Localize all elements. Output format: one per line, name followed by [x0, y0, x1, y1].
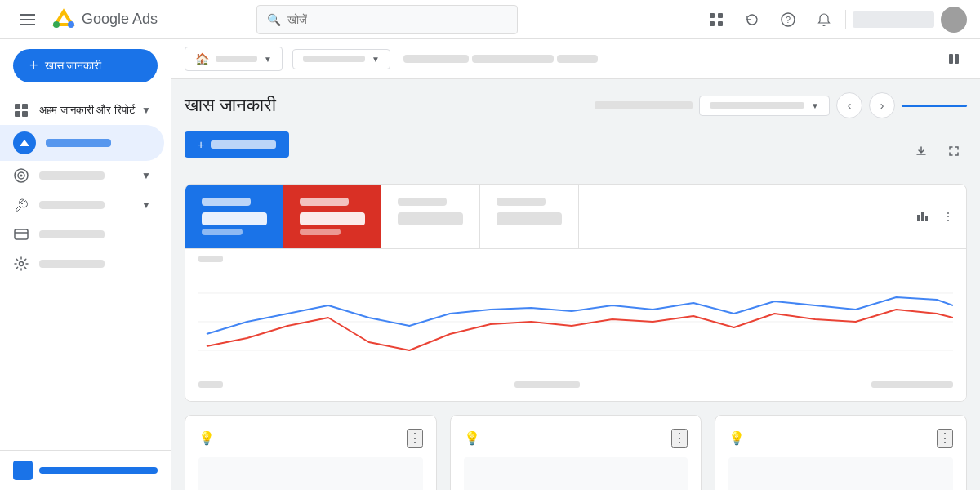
svg-rect-3	[718, 13, 723, 18]
chart-legend-2	[871, 381, 953, 388]
svg-rect-21	[921, 212, 924, 221]
insight-card-1: 💡 ⋮	[185, 415, 437, 490]
add-insight-button[interactable]: +	[185, 131, 289, 158]
chart-labels	[198, 256, 953, 262]
menu-icon	[20, 14, 35, 25]
chart-more-button[interactable]: ⋮	[937, 205, 960, 228]
billing-icon	[13, 226, 29, 243]
svg-rect-15	[15, 229, 28, 239]
page-header-right: ▼ ‹ ›	[595, 92, 967, 118]
insight-card-1-more[interactable]: ⋮	[407, 429, 423, 448]
insight-card-2-header: 💡 ⋮	[464, 429, 688, 448]
svg-rect-4	[710, 21, 715, 26]
search-icon: 🔍	[267, 13, 281, 26]
google-ads-logo: Google Ads	[52, 8, 158, 31]
insight-card-2: 💡 ⋮	[450, 415, 702, 490]
sidebar-item-goals[interactable]: ▼	[0, 161, 164, 190]
add-insight-label	[211, 140, 276, 149]
hamburger-menu-button[interactable]	[13, 5, 42, 34]
date-dropdown[interactable]: ▼	[292, 49, 390, 69]
home-dropdown[interactable]: 🏠 ▼	[185, 47, 283, 71]
svg-rect-2	[710, 13, 715, 18]
search-bar[interactable]: 🔍	[256, 5, 518, 34]
svg-point-0	[53, 21, 60, 28]
metric-tab-gray2[interactable]	[480, 185, 579, 248]
date-range-picker[interactable]: ▼	[699, 96, 830, 116]
page-content: खास जानकारी ▼ ‹ › +	[172, 79, 980, 490]
collapse-button[interactable]	[941, 46, 967, 72]
metric-gray1-label	[398, 198, 447, 206]
svg-rect-11	[22, 111, 28, 117]
metric-gray1-value	[398, 212, 463, 225]
help-icon: ?	[781, 12, 795, 27]
svg-rect-5	[718, 21, 723, 26]
sidebar-bottom	[0, 450, 171, 490]
tab1[interactable]	[403, 55, 469, 63]
metric-spacer	[579, 185, 904, 248]
billing-label	[39, 230, 105, 238]
apps-button[interactable]	[702, 5, 731, 34]
goals-chevron: ▼	[141, 170, 151, 181]
insight-card-3-body	[728, 457, 953, 490]
download-button[interactable]	[908, 138, 934, 164]
tab2[interactable]	[472, 55, 554, 63]
expand-button[interactable]	[941, 138, 967, 164]
metric-gray2-value	[497, 212, 562, 225]
tools-left	[13, 197, 105, 213]
main-layout: + खास जानकारी अहम जानकारी और रिपोर्ट ▼	[0, 39, 980, 490]
plus-icon: +	[29, 57, 38, 74]
svg-rect-19	[955, 54, 959, 64]
dropdown-label	[216, 56, 257, 62]
tools-label	[39, 201, 105, 209]
svg-text:?: ?	[786, 15, 791, 24]
metric-red-value	[300, 212, 365, 225]
add-icon: +	[198, 138, 204, 151]
bottom-cards: 💡 ⋮ 💡 ⋮ 💡 ⋮	[185, 415, 967, 490]
date-label	[303, 56, 365, 62]
new-campaign-button[interactable]: + खास जानकारी	[13, 49, 158, 82]
user-avatar[interactable]	[941, 7, 967, 33]
active-tab-indicator	[902, 105, 967, 107]
sidebar-item-settings[interactable]	[0, 249, 164, 278]
main-chart-card: ⋮	[185, 184, 967, 402]
y-label-1	[198, 256, 223, 262]
prev-button[interactable]: ‹	[836, 92, 862, 118]
metric-blue-label	[202, 198, 251, 206]
metric-tab-blue[interactable]	[185, 185, 283, 248]
insight-card-3-more[interactable]: ⋮	[937, 429, 953, 448]
refresh-button[interactable]	[737, 5, 767, 34]
overview-icon	[13, 102, 29, 118]
svg-rect-22	[925, 216, 928, 221]
action-bar: +	[185, 131, 967, 171]
metric-tab-red[interactable]	[283, 185, 381, 248]
campaigns-left	[13, 131, 111, 154]
account-selector[interactable]	[853, 11, 934, 28]
help-button[interactable]: ?	[773, 5, 803, 34]
goals-icon	[13, 167, 29, 184]
settings-label	[39, 260, 105, 268]
goals-label	[39, 172, 105, 180]
sidebar-item-billing[interactable]	[0, 220, 164, 249]
sidebar-item-tools[interactable]: ▼	[0, 190, 164, 220]
sidebar-bottom-item[interactable]	[13, 461, 158, 480]
search-input[interactable]	[287, 13, 507, 26]
campaigns-label-bar	[46, 139, 111, 147]
tab3[interactable]	[557, 55, 598, 63]
chevron-icon: ▼	[141, 105, 151, 116]
header-bar	[595, 101, 693, 109]
metric-tab-gray1[interactable]	[381, 185, 480, 248]
notifications-button[interactable]	[809, 5, 839, 34]
bottom-line	[39, 467, 158, 474]
export-icons	[908, 138, 967, 164]
chart-type-button[interactable]	[911, 205, 933, 228]
google-ads-logo-icon	[52, 8, 75, 31]
insight-card-2-more[interactable]: ⋮	[671, 429, 688, 448]
next-button[interactable]: ›	[869, 92, 895, 118]
bell-icon	[817, 12, 831, 27]
apps-icon	[709, 12, 724, 27]
chart-bottom	[198, 381, 953, 388]
goals-left	[13, 167, 105, 184]
sidebar-item-campaigns[interactable]	[0, 125, 164, 161]
header-divider	[845, 10, 846, 29]
sidebar-item-overview[interactable]: अहम जानकारी और रिपोर्ट ▼	[0, 96, 164, 125]
